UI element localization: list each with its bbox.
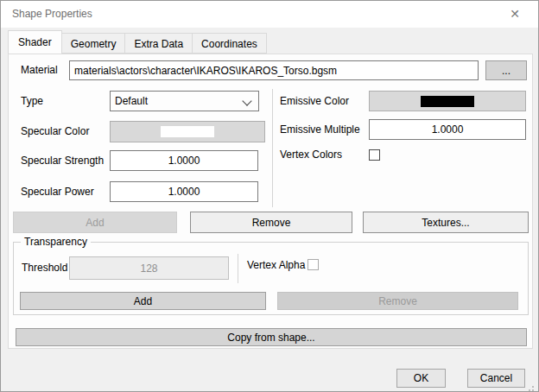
- chevron-down-icon: [242, 96, 251, 105]
- shader-tab-page: Material ... Type Default Specular Color…: [8, 54, 533, 349]
- specular-strength-label: Specular Strength: [21, 150, 104, 171]
- shader-add-button[interactable]: Add: [13, 212, 177, 233]
- ok-button[interactable]: OK: [396, 369, 446, 388]
- emissive-color-button[interactable]: [369, 91, 526, 111]
- type-dropdown[interactable]: Default: [110, 91, 259, 111]
- shader-remove-button[interactable]: Remove: [190, 212, 352, 233]
- dialog-title: Shape Properties: [12, 1, 92, 28]
- transparency-separator: [238, 254, 238, 283]
- type-dropdown-value: Default: [115, 95, 148, 107]
- vertex-colors-checkbox[interactable]: [369, 149, 380, 161]
- close-icon[interactable]: ✕: [497, 1, 533, 28]
- type-label: Type: [21, 91, 43, 111]
- tab-coordinates[interactable]: Coordinates: [192, 33, 267, 54]
- vertex-alpha-label: Vertex Alpha: [247, 256, 305, 274]
- emissive-color-label: Emissive Color: [280, 91, 349, 111]
- tab-bar: Shader Geometry Extra Data Coordinates: [8, 30, 266, 54]
- specular-power-input[interactable]: [110, 181, 258, 202]
- specular-color-label: Specular Color: [21, 121, 89, 142]
- transparency-add-button[interactable]: Add: [20, 292, 266, 310]
- transparency-group-label: Transparency: [21, 236, 91, 249]
- transparency-group: Transparency Threshold Vertex Alpha Add …: [13, 242, 529, 315]
- shape-properties-dialog: Shape Properties ✕ Shader Geometry Extra…: [0, 0, 539, 392]
- column-separator: [272, 89, 273, 207]
- specular-power-label: Specular Power: [21, 181, 94, 202]
- emissive-color-swatch: [421, 96, 474, 107]
- cancel-button[interactable]: Cancel: [467, 369, 525, 388]
- tab-geometry[interactable]: Geometry: [61, 33, 126, 54]
- specular-color-button[interactable]: [110, 121, 265, 142]
- title-bar: Shape Properties ✕: [1, 1, 538, 28]
- transparency-remove-button[interactable]: Remove: [277, 292, 518, 310]
- tab-shader[interactable]: Shader: [8, 30, 62, 54]
- specular-strength-input[interactable]: [110, 150, 258, 171]
- material-label: Material: [21, 60, 58, 80]
- vertex-colors-label: Vertex Colors: [280, 147, 342, 162]
- threshold-label: Threshold: [22, 256, 67, 280]
- vertex-alpha-checkbox[interactable]: [308, 259, 319, 270]
- material-browse-button[interactable]: ...: [485, 60, 527, 80]
- textures-button[interactable]: Textures...: [363, 212, 529, 233]
- resize-grip-icon[interactable]: [532, 386, 534, 388]
- copy-from-shape-button[interactable]: Copy from shape...: [16, 328, 527, 346]
- emissive-multiple-input[interactable]: [369, 119, 526, 140]
- emissive-multiple-label: Emissive Multiple: [280, 119, 360, 140]
- tab-extra-data[interactable]: Extra Data: [124, 33, 193, 54]
- material-input[interactable]: [69, 60, 479, 80]
- threshold-input[interactable]: [69, 256, 229, 280]
- specular-color-swatch: [161, 126, 214, 137]
